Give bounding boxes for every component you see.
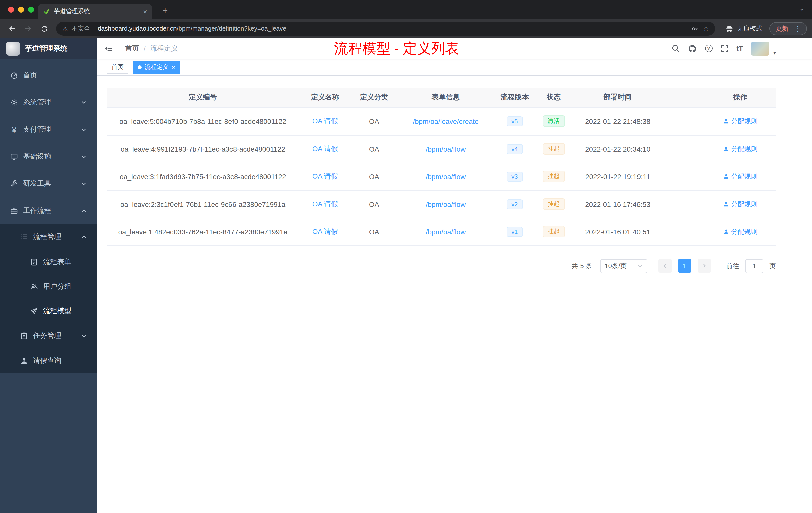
monitor-icon [10,153,18,161]
form-link[interactable]: /bpm/oa/leave/create [413,117,478,125]
deploy-time: 2022-01-22 19:19:11 [573,163,663,190]
tab-close-icon[interactable]: × [143,7,147,15]
omnibox-divider [94,25,94,32]
window-controls [8,6,34,12]
assign-rule-link[interactable]: 分配规则 [723,227,757,236]
fullscreen-icon[interactable] [720,44,728,53]
sidebar-item-user-group[interactable]: 用户分组 [0,274,97,299]
definition-name-link[interactable]: OA 请假 [312,144,338,152]
forward-icon[interactable] [21,22,35,36]
version-badge: v3 [506,172,523,181]
definition-id: oa_leave:3:1fad3d93-7b75-11ec-a3c8-acde4… [107,163,299,190]
breadcrumb-separator: / [144,44,146,53]
breadcrumb: 首页 / 流程定义 [125,44,178,53]
password-key-icon[interactable] [692,25,699,32]
reload-icon[interactable] [37,22,51,36]
definition-category: OA [351,190,397,218]
definition-id: oa_leave:5:004b710b-7b8a-11ec-8ef0-acde4… [107,108,299,135]
zoom-window-button[interactable] [28,6,34,12]
address-bar[interactable]: ⚠ 不安全 dashboard.yudao.iocoder.cn/bpm/man… [56,22,715,36]
form-link[interactable]: /bpm/oa/flow [426,173,466,180]
sidebar-logo[interactable]: 芋道管理系统 [0,38,97,59]
sidebar-item-payment[interactable]: ¥ 支付管理 [0,116,97,143]
form-link[interactable]: /bpm/oa/flow [426,228,466,236]
chevron-up-icon [81,234,87,240]
browser-toolbar: ⚠ 不安全 dashboard.yudao.iocoder.cn/bpm/man… [0,19,812,38]
security-label[interactable]: 不安全 [71,24,90,33]
sidebar-collapse-icon[interactable] [97,44,120,53]
deploy-time: 2022-01-16 17:46:53 [573,190,663,218]
avatar-caret-icon[interactable]: ▾ [773,50,776,56]
sidebar-item-task-mgmt[interactable]: 任务管理 [0,323,97,349]
definition-name-link[interactable]: OA 请假 [312,200,338,208]
col-form-info: 表单信息 [397,88,495,108]
chevron-down-icon [81,181,87,187]
page-1-button[interactable]: 1 [678,259,692,273]
tags-view: 首页 流程定义 × [97,59,812,76]
update-chrome-button[interactable]: 更新 ⋮ [769,22,807,35]
back-icon[interactable] [5,22,19,36]
browser-tab[interactable]: 芋道管理系统 × [38,3,152,19]
logo-title: 芋道管理系统 [25,44,67,53]
avatar[interactable] [751,41,769,56]
security-warning-icon: ⚠ [62,25,68,32]
page-size-select[interactable]: 10条/页 [600,259,647,273]
tag-process-definition[interactable]: 流程定义 × [133,60,180,73]
goto-label: 前往 [726,261,739,270]
assign-rule-link[interactable]: 分配规则 [723,117,757,126]
sidebar-item-process-form[interactable]: 流程表单 [0,249,97,274]
status-badge: 挂起 [543,171,565,182]
form-link[interactable]: /bpm/oa/flow [426,200,466,208]
help-icon[interactable]: ? [705,45,712,52]
table-row: oa_leave:1:482ec033-762a-11ec-8477-a2380… [107,218,776,245]
definition-name-link[interactable]: OA 请假 [312,227,338,235]
tag-home[interactable]: 首页 [107,60,128,73]
page-title: 流程模型 - 定义列表 [334,39,459,58]
sidebar-item-workflow[interactable]: 工作流程 [0,197,97,224]
clipboard-icon [20,332,28,340]
users-icon [30,282,38,291]
close-window-button[interactable] [8,6,14,12]
sidebar-item-label: 流程管理 [33,233,61,241]
sidebar-item-process-mgmt[interactable]: 流程管理 [0,224,97,249]
definition-name-link[interactable]: OA 请假 [312,172,338,180]
sidebar-item-infrastructure[interactable]: 基础设施 [0,143,97,170]
screen: 芋道管理系统 × + ⌄ ⚠ 不安全 dashboard.yudao.iocod… [0,0,812,513]
github-icon[interactable] [688,44,697,53]
sidebar-item-process-model[interactable]: 流程模型 [0,299,97,323]
navbar-actions: ? tT ▾ [671,38,812,59]
sidebar-item-home[interactable]: 首页 [0,62,97,89]
browser-menu-icon[interactable]: ⋮ [792,25,804,33]
chevron-down-icon [637,263,643,269]
workflow-submenu: 流程管理 流程表单 用户分组 [0,224,97,373]
active-dot-icon [138,65,142,69]
tag-close-icon[interactable]: × [172,64,175,70]
prev-page-button[interactable] [658,259,672,273]
goto-page-input[interactable] [745,259,763,273]
search-icon[interactable] [671,44,680,53]
assign-rule-link[interactable]: 分配规则 [723,200,757,209]
sidebar-item-devtools[interactable]: 研发工具 [0,170,97,197]
version-badge: v2 [506,199,523,209]
assign-rule-link[interactable]: 分配规则 [723,172,757,181]
sidebar-item-label: 首页 [23,71,37,80]
assign-rule-link[interactable]: 分配规则 [723,144,757,153]
wrench-icon [10,180,18,188]
table-row: oa_leave:2:3c1f0ef1-76b1-11ec-9c66-a2380… [107,190,776,218]
tab-search-chevron-icon[interactable]: ⌄ [799,4,805,12]
font-size-icon[interactable]: tT [736,45,743,52]
tab-title: 芋道管理系统 [54,7,139,16]
person-icon [20,357,28,365]
form-link[interactable]: /bpm/oa/flow [426,145,466,153]
new-tab-button[interactable]: + [159,4,172,17]
minimize-window-button[interactable] [18,6,24,12]
next-page-button[interactable] [697,259,711,273]
incognito-badge: 无痕模式 [725,24,762,33]
version-badge: v4 [506,144,523,154]
sidebar-item-leave-query[interactable]: 请假查询 [0,349,97,373]
sidebar-item-label: 研发工具 [23,179,51,188]
bookmark-star-icon[interactable]: ☆ [703,25,709,33]
sidebar-item-system[interactable]: 系统管理 [0,89,97,116]
breadcrumb-home[interactable]: 首页 [125,44,139,53]
definition-name-link[interactable]: OA 请假 [312,117,338,125]
